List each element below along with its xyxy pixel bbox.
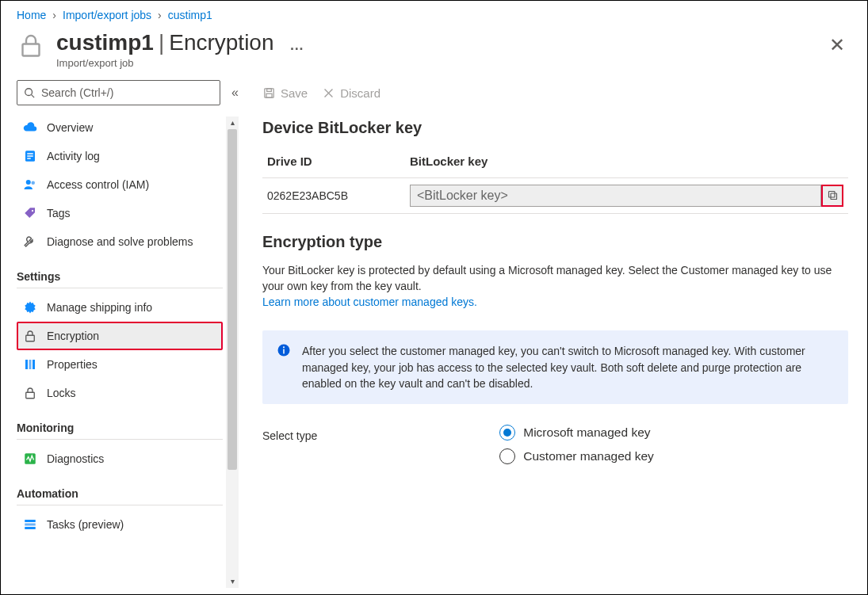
svg-rect-21 (267, 89, 272, 92)
tag-icon (23, 206, 37, 220)
radio-selected-icon (499, 425, 515, 441)
svg-rect-26 (828, 192, 835, 198)
select-type-label: Select type (262, 425, 317, 442)
lock-icon (23, 386, 37, 400)
section-automation: Automation (17, 487, 223, 505)
svg-rect-5 (27, 155, 33, 157)
svg-point-1 (25, 89, 33, 96)
main-content: Save Discard Device BitLocker key Drive … (239, 80, 867, 579)
nav-access-control[interactable]: Access control (IAM) (17, 170, 223, 199)
encryption-type-description: Your BitLocker key is protected by defau… (262, 262, 848, 295)
lock-resource-icon (17, 31, 45, 59)
nav-diagnostics[interactable]: Diagnostics (17, 444, 223, 473)
save-button[interactable]: Save (262, 86, 308, 100)
drive-id-value: 0262E23ABC5B (262, 177, 405, 213)
svg-rect-15 (26, 392, 35, 399)
breadcrumb-jobs[interactable]: Import/export jobs (63, 9, 151, 21)
col-bitlocker-key: BitLocker key (405, 148, 848, 178)
svg-rect-4 (27, 153, 33, 154)
svg-rect-6 (27, 158, 31, 159)
col-drive-id: Drive ID (262, 148, 405, 178)
svg-point-9 (32, 210, 33, 212)
nav-tags[interactable]: Tags (17, 199, 223, 227)
cloud-icon (23, 120, 37, 135)
svg-point-8 (32, 181, 36, 185)
section-settings: Settings (17, 270, 223, 288)
search-input[interactable]: Search (Ctrl+/) (17, 80, 220, 105)
svg-point-29 (283, 347, 285, 349)
scroll-down-icon[interactable]: ▾ (226, 575, 239, 588)
lock-icon (23, 329, 37, 343)
info-icon (277, 343, 291, 391)
chevron-right-icon: › (158, 9, 162, 21)
info-box: After you select the customer managed ke… (262, 330, 848, 404)
svg-rect-25 (831, 193, 837, 200)
wrench-icon (23, 235, 37, 249)
nav-overview[interactable]: Overview (17, 113, 223, 142)
nav-shipping-info[interactable]: Manage shipping info (17, 293, 223, 322)
svg-rect-28 (283, 349, 285, 354)
more-menu-button[interactable]: … (289, 37, 304, 53)
bitlocker-table: Drive ID BitLocker key 0262E23ABC5B <Bit… (262, 148, 848, 214)
learn-more-link[interactable]: Learn more about customer managed keys. (262, 296, 848, 308)
nav-locks[interactable]: Locks (17, 379, 223, 407)
breadcrumb-resource[interactable]: custimp1 (168, 9, 212, 21)
toolbar: Save Discard (262, 86, 848, 114)
nav-diagnose[interactable]: Diagnose and solve problems (17, 227, 223, 256)
breadcrumb: Home › Import/export jobs › custimp1 (1, 1, 867, 25)
radio-customer-managed[interactable]: Customer managed key (499, 448, 654, 464)
page-title: custimp1|Encryption … (56, 31, 823, 55)
copy-icon (827, 189, 839, 201)
collapse-sidebar-button[interactable]: « (231, 86, 239, 100)
people-icon (23, 177, 37, 192)
svg-rect-16 (25, 453, 36, 464)
svg-rect-19 (25, 527, 36, 529)
search-icon (24, 87, 35, 98)
svg-rect-0 (23, 44, 40, 56)
radio-microsoft-managed[interactable]: Microsoft managed key (499, 425, 654, 441)
nav-tasks[interactable]: Tasks (preview) (17, 510, 223, 539)
gear-icon (23, 300, 37, 315)
svg-rect-13 (29, 360, 32, 369)
nav-encryption[interactable]: Encryption (17, 322, 223, 350)
breadcrumb-home[interactable]: Home (17, 9, 46, 21)
close-button[interactable]: ✕ (823, 31, 851, 59)
activity-log-icon (23, 149, 37, 163)
svg-line-2 (32, 94, 35, 97)
copy-key-button[interactable] (821, 185, 843, 207)
info-text: After you select the customer managed ke… (302, 343, 834, 391)
encryption-type-heading: Encryption type (262, 233, 848, 251)
discard-icon (322, 86, 335, 100)
bitlocker-key-field[interactable]: <BitLocker key> (410, 185, 821, 207)
radio-unselected-icon (499, 448, 515, 464)
svg-rect-12 (25, 360, 28, 369)
svg-rect-18 (25, 523, 36, 525)
chevron-right-icon: › (52, 9, 56, 21)
scrollbar-thumb[interactable] (228, 129, 237, 470)
select-type-radiogroup: Microsoft managed key Customer managed k… (499, 425, 654, 464)
svg-rect-11 (26, 335, 35, 341)
svg-rect-22 (266, 93, 272, 97)
section-monitoring: Monitoring (17, 421, 223, 440)
nav-properties[interactable]: Properties (17, 350, 223, 379)
save-icon (262, 86, 276, 100)
properties-icon (23, 357, 37, 372)
bitlocker-heading: Device BitLocker key (262, 119, 848, 137)
discard-button[interactable]: Discard (322, 86, 380, 100)
svg-rect-14 (33, 360, 35, 369)
scroll-up-icon[interactable]: ▴ (226, 116, 239, 129)
svg-point-7 (26, 180, 31, 185)
page-header: custimp1|Encryption … Import/export job … (1, 25, 867, 80)
sidebar: Search (Ctrl+/) « Overview Activity log … (1, 80, 239, 579)
nav-activity-log[interactable]: Activity log (17, 142, 223, 170)
svg-rect-17 (25, 520, 36, 522)
resource-type-label: Import/export job (56, 57, 823, 69)
sidebar-scrollbar[interactable]: ▴ ▾ (226, 116, 239, 588)
diagnostics-icon (23, 452, 37, 466)
tasks-icon (23, 517, 37, 532)
